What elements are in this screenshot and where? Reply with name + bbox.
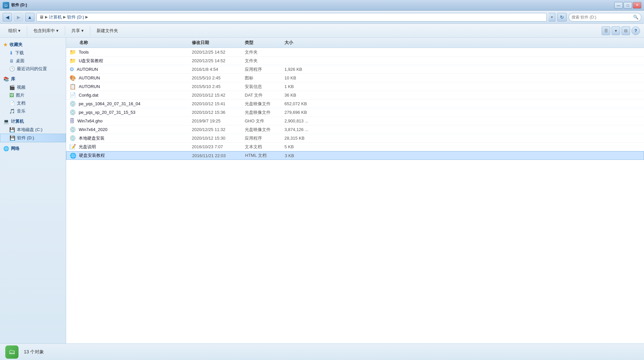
network-icon: 🌐 bbox=[3, 146, 9, 151]
sidebar-item-recent[interactable]: 🕒 最近访问的位置 bbox=[0, 65, 66, 73]
view-list-button[interactable]: ☰ bbox=[602, 26, 610, 35]
file-date-cell: 2020/10/12 15:30 bbox=[192, 136, 245, 141]
file-size-cell: 28,315 KB bbox=[284, 136, 324, 141]
file-type-icon: 💿 bbox=[69, 101, 76, 107]
new-folder-button[interactable]: 新建文件夹 bbox=[92, 25, 122, 36]
file-name: AUTORUN bbox=[79, 75, 100, 80]
file-size-cell: 1 KB bbox=[284, 84, 324, 89]
table-row[interactable]: 💿 Win7x64_2020 2020/12/25 11:32 光盘映像文件 3… bbox=[66, 125, 644, 134]
add-to-library-button[interactable]: 包含到库中 ▾ bbox=[29, 25, 63, 36]
table-row[interactable]: 🗄 Win7x64.gho 2019/9/7 19:25 GHO 文件 2,90… bbox=[66, 117, 644, 125]
sidebar-section-favorites: ★ 收藏夹 ⬇ 下载 🖥 桌面 🕒 最近访问的位置 bbox=[0, 40, 66, 73]
titlebar-title: 软件 (D:) bbox=[11, 2, 27, 8]
sidebar-item-software-d[interactable]: 💾 软件 (D:) bbox=[0, 134, 66, 142]
col-header-type[interactable]: 类型 bbox=[245, 40, 284, 46]
address-path[interactable]: 🖥 ▶ 计算机 ▶ 软件 (D:) ▶ bbox=[36, 13, 547, 22]
file-date-cell: 2020/12/25 14:52 bbox=[192, 50, 245, 55]
address-dropdown[interactable]: ▾ bbox=[549, 13, 555, 22]
up-button[interactable]: ▲ bbox=[25, 13, 34, 22]
table-row[interactable]: 📝 光盘说明 2016/10/23 7:07 文本文档 5 KB bbox=[66, 143, 644, 151]
docs-icon: 📄 bbox=[9, 101, 15, 106]
preview-pane-button[interactable]: ⊟ bbox=[622, 26, 630, 35]
sidebar-item-desktop[interactable]: 🖥 桌面 bbox=[0, 57, 66, 65]
col-header-size[interactable]: 大小 bbox=[284, 40, 324, 46]
maximize-button[interactable]: □ bbox=[623, 2, 632, 9]
file-size-cell: 1,926 KB bbox=[284, 67, 324, 72]
toolbar: 组织 ▾ 包含到库中 ▾ 共享 ▾ 新建文件夹 ☰ ▾ ⊟ ? bbox=[0, 24, 644, 38]
close-button[interactable]: ✕ bbox=[633, 2, 641, 9]
file-date-cell: 2020/12/25 11:32 bbox=[192, 127, 245, 132]
table-row[interactable]: 💿 pe_yqs_xp_20_07_31_15_53 2020/10/12 15… bbox=[66, 108, 644, 117]
file-size-cell: 652,072 KB bbox=[284, 101, 324, 106]
file-rows-container: 📁 Tools 2020/12/25 14:52 文件夹 📁 U盘安装教程 20… bbox=[66, 48, 644, 160]
titlebar: 🗂 软件 (D:) — □ ✕ bbox=[0, 0, 644, 11]
network-header[interactable]: 🌐 网络 bbox=[0, 144, 66, 153]
table-row[interactable]: 📄 Config.dat 2020/10/12 15:42 DAT 文件 36 … bbox=[66, 91, 644, 100]
file-type-icon: 💿 bbox=[69, 109, 76, 115]
table-row[interactable]: 📁 U盘安装教程 2020/12/25 14:52 文件夹 bbox=[66, 57, 644, 65]
file-date-cell: 2020/12/25 14:52 bbox=[192, 58, 245, 63]
table-row[interactable]: 🎨 AUTORUN 2015/5/10 2:45 图标 10 KB bbox=[66, 74, 644, 82]
computer-label: 计算机 bbox=[11, 118, 24, 124]
organize-button[interactable]: 组织 ▾ bbox=[4, 25, 25, 36]
help-button[interactable]: ? bbox=[631, 26, 640, 35]
view-dropdown-button[interactable]: ▾ bbox=[612, 26, 620, 35]
col-header-date[interactable]: 修改日期 bbox=[192, 40, 245, 46]
search-input[interactable] bbox=[572, 15, 632, 20]
table-row[interactable]: ⚙ AUTORUN 2016/1/8 4:54 应用程序 1,926 KB bbox=[66, 65, 644, 74]
table-row[interactable]: 💿 本地硬盘安装 2020/10/12 15:30 应用程序 28,315 KB bbox=[66, 134, 644, 143]
file-name-cell: 🗄 Win7x64.gho bbox=[66, 118, 192, 124]
file-date-cell: 2019/9/7 19:25 bbox=[192, 118, 245, 123]
favorites-label: 收藏夹 bbox=[10, 42, 22, 48]
file-name-cell: 📁 Tools bbox=[66, 49, 192, 55]
sidebar-item-docs[interactable]: 📄 文档 bbox=[0, 99, 66, 107]
file-type-cell: HTML 文档 bbox=[245, 153, 285, 158]
add-to-library-label: 包含到库中 bbox=[33, 28, 55, 34]
share-button[interactable]: 共享 ▾ bbox=[67, 25, 88, 36]
sidebar-item-local-c[interactable]: 💾 本地磁盘 (C:) bbox=[0, 126, 66, 134]
file-date-cell: 2016/11/21 22:03 bbox=[192, 153, 245, 158]
sidebar-item-images[interactable]: 🖼 图片 bbox=[0, 91, 66, 99]
libraries-header[interactable]: 📚 库 bbox=[0, 75, 66, 83]
refresh-button[interactable]: ↻ bbox=[557, 13, 567, 22]
forward-button[interactable]: ▶ bbox=[14, 13, 23, 22]
table-row[interactable]: 💿 pe_yqs_1064_20_07_31_16_04 2020/10/12 … bbox=[66, 100, 644, 108]
file-name: AUTORUN bbox=[77, 67, 98, 72]
images-label: 图片 bbox=[16, 92, 24, 98]
sidebar-section-computer: 💻 计算机 💾 本地磁盘 (C:) 💾 软件 (D:) bbox=[0, 117, 66, 142]
path-computer[interactable]: 计算机 bbox=[49, 14, 62, 20]
sidebar-item-video[interactable]: 🎬 视频 bbox=[0, 83, 66, 91]
libraries-label: 库 bbox=[11, 76, 15, 82]
file-date-cell: 2016/10/23 7:07 bbox=[192, 144, 245, 149]
file-size-cell: 3 KB bbox=[285, 153, 324, 158]
sidebar-item-music[interactable]: 🎵 音乐 bbox=[0, 107, 66, 115]
toolbar-separator-3 bbox=[90, 26, 90, 35]
file-name: Win7x64_2020 bbox=[79, 127, 107, 132]
computer-header[interactable]: 💻 计算机 bbox=[0, 117, 66, 126]
sidebar-item-downloads[interactable]: ⬇ 下载 bbox=[0, 49, 66, 57]
favorites-icon: ★ bbox=[3, 42, 8, 47]
back-button[interactable]: ◀ bbox=[3, 13, 12, 22]
file-name-cell: 📁 U盘安装教程 bbox=[66, 58, 192, 64]
titlebar-left: 🗂 软件 (D:) bbox=[3, 2, 27, 9]
file-list: 名称 修改日期 类型 大小 📁 Tools 2020/12/25 14:52 文… bbox=[66, 38, 644, 343]
libraries-icon: 📚 bbox=[3, 76, 9, 82]
file-name: 硬盘安装教程 bbox=[79, 153, 105, 158]
file-type-icon: 💿 bbox=[69, 126, 76, 133]
file-name-cell: 🎨 AUTORUN bbox=[66, 75, 192, 81]
organize-chevron: ▾ bbox=[18, 28, 21, 33]
file-name-cell: ⚙ AUTORUN bbox=[66, 66, 192, 72]
file-name: 本地硬盘安装 bbox=[79, 135, 105, 141]
file-type-icon: 📝 bbox=[69, 144, 76, 150]
table-row[interactable]: 📋 AUTORUN 2015/5/10 2:45 安装信息 1 KB bbox=[66, 82, 644, 91]
file-name-cell: 💿 Win7x64_2020 bbox=[66, 126, 192, 133]
minimize-button[interactable]: — bbox=[614, 2, 623, 9]
file-type-cell: GHO 文件 bbox=[245, 118, 284, 124]
table-row[interactable]: 🌐 硬盘安装教程 2016/11/21 22:03 HTML 文档 3 KB bbox=[66, 151, 644, 160]
favorites-header[interactable]: ★ 收藏夹 bbox=[0, 40, 66, 49]
sidebar-section-network: 🌐 网络 bbox=[0, 144, 66, 153]
table-row[interactable]: 📁 Tools 2020/12/25 14:52 文件夹 bbox=[66, 48, 644, 57]
organize-label: 组织 bbox=[8, 28, 17, 34]
col-header-name[interactable]: 名称 bbox=[66, 40, 192, 46]
path-drive[interactable]: 软件 (D:) bbox=[67, 14, 84, 20]
